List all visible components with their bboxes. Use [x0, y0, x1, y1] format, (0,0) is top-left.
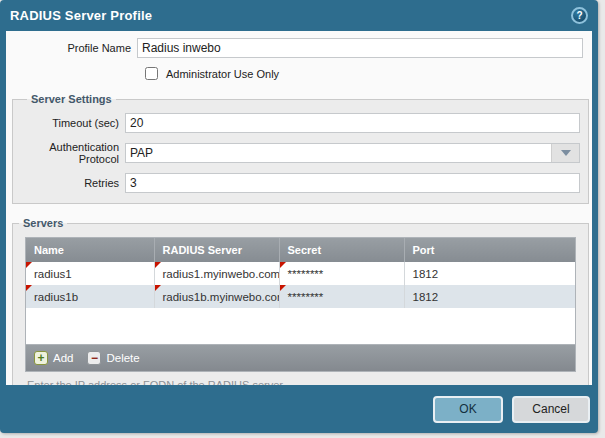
table-row[interactable]: radius1 radius1.myinwebo.com ******** 18…: [26, 262, 575, 285]
dialog-footer: OK Cancel: [0, 385, 598, 433]
screen: RADIUS Server Profile ? Profile Name Adm…: [0, 0, 605, 438]
cell-secret[interactable]: ********: [279, 285, 404, 308]
dialog-titlebar: RADIUS Server Profile ?: [0, 0, 598, 31]
timeout-input[interactable]: [125, 113, 580, 133]
cell-server[interactable]: radius1.myinwebo.com: [154, 262, 279, 285]
retries-label: Retries: [21, 177, 125, 189]
table-row[interactable]: radius1b radius1b.myinwebo.com ******** …: [26, 285, 575, 308]
server-settings-section: Server Settings Timeout (sec) Authentica…: [12, 93, 589, 204]
administrator-use-only-checkbox[interactable]: [145, 67, 158, 80]
cell-secret[interactable]: ********: [279, 262, 404, 285]
server-settings-legend: Server Settings: [27, 93, 116, 105]
retries-row: Retries: [21, 173, 580, 193]
table-header-row: Name RADIUS Server Secret Port: [26, 238, 575, 262]
table-toolbar: + Add − Delete: [25, 345, 576, 372]
modified-cell-marker: [280, 285, 286, 291]
cell-name[interactable]: radius1b: [26, 285, 154, 308]
add-button[interactable]: + Add: [34, 351, 73, 365]
modified-cell-marker: [280, 262, 286, 268]
column-header-name[interactable]: Name: [26, 238, 154, 262]
modified-cell-marker: [155, 285, 161, 291]
chevron-down-icon: [561, 150, 571, 156]
profile-name-row: Profile Name: [6, 38, 583, 58]
modified-cell-marker: [155, 262, 161, 268]
administrator-use-only-label: Administrator Use Only: [166, 68, 279, 80]
delete-icon: −: [87, 351, 101, 365]
timeout-row: Timeout (sec): [21, 113, 580, 133]
auth-protocol-dropdown-button[interactable]: [551, 144, 579, 162]
cell-server[interactable]: radius1b.myinwebo.com: [154, 285, 279, 308]
column-header-server[interactable]: RADIUS Server: [154, 238, 279, 262]
admin-only-row: Administrator Use Only: [145, 67, 592, 80]
profile-name-label: Profile Name: [6, 42, 137, 54]
table-empty-area: [26, 308, 575, 344]
radius-server-profile-dialog: RADIUS Server Profile ? Profile Name Adm…: [0, 0, 598, 433]
auth-protocol-value[interactable]: [125, 143, 580, 163]
modified-cell-marker: [26, 285, 32, 291]
add-icon: +: [34, 351, 48, 365]
retries-input[interactable]: [125, 173, 580, 193]
cell-name[interactable]: radius1: [26, 262, 154, 285]
modified-cell-marker: [26, 262, 32, 268]
column-header-secret[interactable]: Secret: [279, 238, 404, 262]
help-icon[interactable]: ?: [571, 7, 588, 24]
auth-protocol-row: Authentication Protocol: [21, 141, 580, 165]
ok-button[interactable]: OK: [433, 396, 503, 423]
cell-port[interactable]: 1812: [404, 262, 575, 285]
auth-protocol-dropdown[interactable]: [125, 143, 580, 163]
dialog-title: RADIUS Server Profile: [10, 8, 152, 23]
timeout-label: Timeout (sec): [21, 117, 125, 129]
cancel-button[interactable]: Cancel: [512, 396, 590, 423]
cell-port[interactable]: 1812: [404, 285, 575, 308]
profile-name-input[interactable]: [137, 38, 583, 58]
auth-protocol-label: Authentication Protocol: [21, 141, 125, 165]
dialog-content: Profile Name Administrator Use Only Serv…: [6, 31, 592, 385]
delete-button[interactable]: − Delete: [87, 351, 139, 365]
column-header-port[interactable]: Port: [404, 238, 575, 262]
servers-section: Servers Name RADIUS Server Secret Port: [12, 217, 589, 385]
servers-legend: Servers: [19, 217, 67, 229]
servers-table: Name RADIUS Server Secret Port radius1 r…: [25, 237, 576, 345]
